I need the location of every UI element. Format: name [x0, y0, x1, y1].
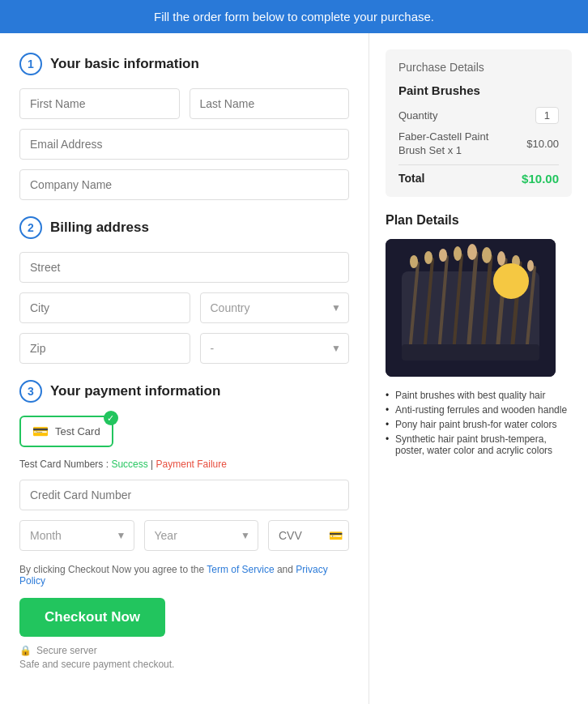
zip-input[interactable]	[19, 333, 190, 364]
city-input[interactable]	[19, 292, 190, 323]
card-label: Test Card	[55, 425, 100, 437]
page-wrapper: Fill the order form below to complete yo…	[0, 0, 588, 704]
section-2-number: 2	[19, 216, 42, 239]
state-select-wrapper: - ▼	[200, 333, 350, 364]
credit-card-icon: 💳	[32, 424, 49, 439]
payment-method-card[interactable]: 💳 Test Card ✓	[19, 416, 113, 447]
section-1-title: Your basic information	[50, 56, 199, 72]
cvv-card-icon: 💳	[329, 529, 343, 542]
bullet-item: Paint brushes with best quality hair	[386, 388, 572, 403]
purchase-details-box: Purchase Details Paint Brushes Quantity …	[386, 49, 572, 197]
tos-link[interactable]: Term of Service	[207, 564, 274, 575]
product-name: Paint Brushes	[398, 83, 559, 97]
left-panel: 1 Your basic information 2 Billing addre…	[0, 33, 369, 704]
svg-point-15	[497, 251, 505, 266]
terms-middle: and	[277, 564, 296, 575]
svg-point-7	[439, 249, 447, 262]
svg-point-13	[482, 247, 492, 263]
top-banner: Fill the order form below to complete yo…	[0, 0, 588, 33]
safe-text: Safe and secure payment checkout.	[19, 659, 349, 670]
svg-point-19	[527, 260, 534, 271]
email-input[interactable]	[19, 129, 349, 160]
cvv-row: Month 01020304 05060708 09101112 ▼ Year …	[19, 520, 349, 551]
right-panel: Purchase Details Paint Brushes Quantity …	[369, 33, 588, 704]
name-row	[19, 88, 349, 119]
total-label: Total	[398, 172, 424, 185]
terms-text: By clicking Checkout Now you agree to th…	[19, 564, 349, 587]
month-select-wrapper: Month 01020304 05060708 09101112 ▼	[19, 520, 134, 551]
section-payment-header: 3 Your payment information	[19, 380, 349, 403]
company-row	[19, 169, 349, 200]
banner-text: Fill the order form below to complete yo…	[154, 10, 434, 23]
lock-icon: 🔒	[19, 645, 32, 656]
svg-point-11	[467, 244, 477, 260]
cc-number-input[interactable]	[19, 480, 349, 510]
state-select[interactable]: -	[200, 333, 350, 364]
bullet-item: Pony hair paint brush-for water colors	[386, 417, 572, 432]
secure-row: 🔒 Secure server	[19, 645, 349, 656]
secure-label: Secure server	[36, 645, 97, 656]
section-1-number: 1	[19, 53, 42, 75]
svg-point-5	[424, 251, 432, 264]
product-image	[386, 239, 556, 377]
email-row	[19, 129, 349, 160]
first-name-input[interactable]	[19, 88, 180, 119]
last-name-input[interactable]	[190, 88, 350, 119]
item-row: Faber-Castell Paint Brush Set x 1 $10.00	[398, 130, 559, 158]
main-content: 1 Your basic information 2 Billing addre…	[0, 33, 588, 704]
svg-point-3	[410, 255, 418, 268]
plan-details-section: Plan Details	[386, 213, 572, 458]
quantity-value: 1	[535, 107, 559, 124]
section-2-title: Billing address	[50, 220, 149, 236]
quantity-row: Quantity 1	[398, 107, 559, 124]
svg-point-9	[454, 246, 462, 261]
section-3-number: 3	[19, 380, 42, 403]
cc-number-row	[19, 480, 349, 510]
year-select-wrapper: Year 20242025202620272028 ▼	[144, 520, 259, 551]
test-numbers-row: Test Card Numbers : Success | Payment Fa…	[19, 459, 349, 470]
company-input[interactable]	[19, 169, 349, 200]
total-row: Total $10.00	[398, 164, 559, 186]
test-success-link[interactable]: Success	[111, 459, 147, 470]
month-select[interactable]: Month 01020304 05060708 09101112	[19, 520, 134, 551]
check-circle-icon: ✓	[104, 411, 118, 425]
item-price: $10.00	[526, 138, 559, 150]
test-failure-link[interactable]: Payment Failure	[156, 459, 227, 470]
bullet-item: Anti-rusting ferrules and wooden handle	[386, 403, 572, 417]
year-select[interactable]: Year 20242025202620272028	[144, 520, 259, 551]
zip-state-row: - ▼	[19, 333, 349, 364]
bullet-item: Synthetic hair paint brush-tempera, post…	[386, 432, 572, 458]
terms-prefix: By clicking Checkout Now you agree to th…	[19, 564, 207, 575]
svg-point-20	[493, 263, 529, 299]
test-prefix: Test Card Numbers :	[19, 459, 111, 470]
section-billing-header: 2 Billing address	[19, 216, 349, 239]
section-3-title: Your payment information	[50, 383, 220, 399]
section-basic-header: 1 Your basic information	[19, 53, 349, 75]
country-select[interactable]: Country	[200, 292, 350, 323]
svg-rect-21	[402, 344, 539, 361]
city-country-row: Country ▼	[19, 292, 349, 323]
plan-details-title: Plan Details	[386, 213, 572, 228]
cvv-input-wrapper: 💳	[268, 520, 349, 551]
street-input[interactable]	[19, 252, 349, 283]
checkout-button[interactable]: Checkout Now	[19, 598, 165, 637]
country-select-wrapper: Country ▼	[200, 292, 350, 323]
quantity-label: Quantity	[398, 109, 437, 122]
bullet-list: Paint brushes with best quality hairAnti…	[386, 388, 572, 458]
item-label: Faber-Castell Paint Brush Set x 1	[398, 130, 504, 158]
street-row	[19, 252, 349, 283]
purchase-details-title: Purchase Details	[398, 61, 559, 74]
total-amount: $10.00	[522, 172, 559, 186]
